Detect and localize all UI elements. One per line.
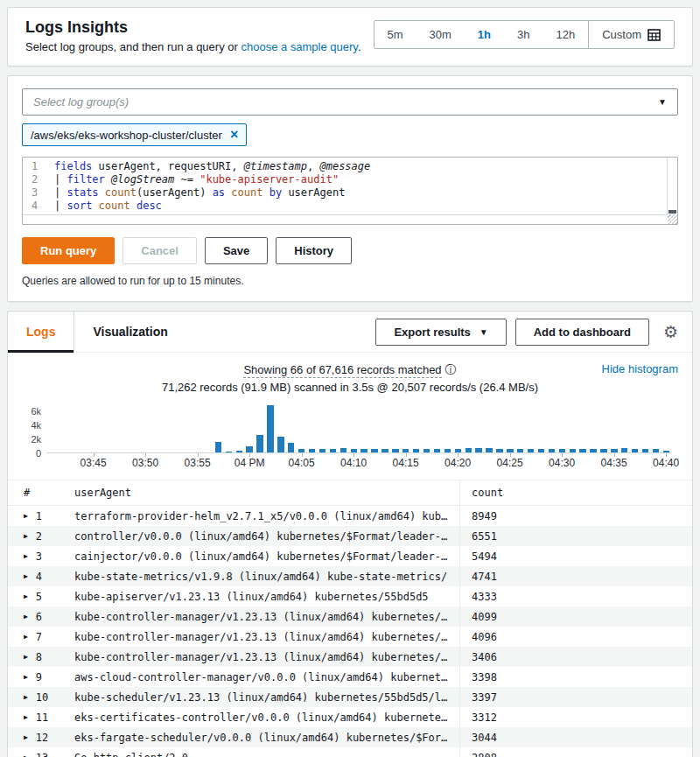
expand-row-icon[interactable]: ▶ [24,512,28,520]
tab-visualization[interactable]: Visualization [74,312,186,352]
time-range-30m[interactable]: 30m [416,21,465,48]
histogram-bar [444,449,451,452]
query-card: Select log group(s) ▼ /aws/eks/eks-works… [7,75,693,302]
expand-row-icon[interactable]: ▶ [24,693,28,701]
histogram-bar [653,449,659,452]
query-line-3: 3| stats count(userAgent) as count by us… [23,186,665,200]
x-tick-label: 04:15 [393,457,419,469]
results-table-body: ▶1terraform-provider-helm_v2.7.1_x5/v0.0… [8,506,692,757]
tab-logs[interactable]: Logs [8,312,74,352]
x-tick-label: 03:45 [80,457,107,469]
editor-resize-grip[interactable] [668,214,677,224]
query-buttons: Run query Cancel Save History [22,237,678,264]
time-range-3h[interactable]: 3h [504,21,542,48]
histogram-bar [434,449,440,452]
expand-row-icon[interactable]: ▶ [24,613,28,620]
histogram-bar [632,449,638,452]
time-range-5m[interactable]: 5m [374,21,416,48]
page-subtitle: Select log groups, and then run a query … [25,40,361,53]
count-cell: 4096 [459,627,692,647]
sample-query-link[interactable]: choose a sample query [241,40,357,53]
table-row: ▶6kube-controller-manager/v1.23.13 (linu… [8,606,692,627]
chevron-down-icon[interactable]: ▼ [658,97,667,107]
log-group-select[interactable]: Select log group(s) ▼ [22,88,678,116]
histogram-bar [319,449,326,452]
line-number: 1 [23,160,49,173]
useragent-cell: aws-cloud-controller-manager/v0.0.0 (lin… [74,671,459,683]
time-range-12h[interactable]: 12h [543,21,589,48]
chevron-down-icon: ▼ [480,327,488,337]
subtitle-suffix: . [358,40,361,53]
row-index: 5 [36,591,42,603]
histogram-bar [402,449,409,452]
editor-vertical-scrollbar[interactable] [667,158,677,214]
results-table: # userAgent count ▶1terraform-provider-h… [8,480,692,757]
count-cell: 4333 [459,586,692,606]
useragent-cell: cainjector/v0.0.0 (linux/amd64) kubernet… [74,550,459,563]
histogram-bar [600,449,606,452]
histogram-bar [330,449,336,452]
histogram-bar [528,449,534,452]
x-tick-label: 04:35 [601,457,627,469]
expand-row-icon[interactable]: ▶ [24,633,28,641]
useragent-cell: kube-controller-manager/v1.23.13 (linux/… [74,611,459,623]
log-group-tag-label: /aws/eks/eks-workshop-cluster/cluster [31,129,222,142]
expand-row-icon[interactable]: ▶ [24,713,28,721]
query-line-1: 1fields userAgent, requestURI, @timestam… [23,160,665,173]
x-tick-label: 03:50 [132,457,158,469]
col-header-index: # [8,487,74,499]
expand-row-icon[interactable]: ▶ [24,753,28,757]
row-index: 7 [36,631,42,643]
x-tick-label: 04:25 [497,457,523,469]
remove-log-group-icon[interactable]: × [230,128,238,142]
expand-row-icon[interactable]: ▶ [24,592,28,600]
col-header-useragent: userAgent [74,487,459,499]
useragent-cell: eks-certificates-controller/v0.0.0 (linu… [74,711,459,724]
histogram-bar [424,449,430,452]
count-cell: 4099 [459,606,692,627]
editor-scrollbar-thumb[interactable] [668,210,676,214]
run-query-button[interactable]: Run query [22,237,115,264]
histogram-bar [549,449,555,452]
useragent-cell: controller/v0.0.0 (linux/amd64) kubernet… [74,530,459,543]
editor-horizontal-scrollbar[interactable] [23,214,677,224]
expand-row-icon[interactable]: ▶ [24,653,28,661]
expand-row-icon[interactable]: ▶ [24,733,28,741]
histogram-y-axis: 02k4k6k [15,403,46,453]
useragent-cell: kube-state-metrics/v1.9.8 (linux/amd64) … [74,571,459,583]
histogram-bar [579,449,585,452]
time-range-custom[interactable]: Custom [588,21,674,48]
gear-icon[interactable]: ⚙ [663,324,678,340]
histogram-bar [351,449,357,452]
x-tick-label: 04:05 [289,457,315,469]
hide-histogram-link[interactable]: Hide histogram [602,362,678,375]
time-range-1h[interactable]: 1h [465,21,504,48]
export-results-button[interactable]: Export results ▼ [375,319,506,346]
table-row: ▶10kube-scheduler/v1.23.13 (linux/amd64)… [8,687,692,707]
expand-row-icon[interactable]: ▶ [24,673,28,681]
info-icon[interactable]: ⓘ [445,363,457,376]
tabs-container: LogsVisualization [8,312,186,352]
count-cell: 3398 [459,667,692,687]
histogram-bar [455,449,461,452]
logs-insights-page: Logs Insights Select log groups, and the… [0,0,700,757]
expand-row-icon[interactable]: ▶ [24,552,28,560]
count-cell: 3406 [459,647,692,667]
histogram-bar [496,449,502,452]
table-row: ▶4kube-state-metrics/v1.9.8 (linux/amd64… [8,566,692,586]
history-button[interactable]: History [276,237,352,264]
count-cell: 8949 [459,506,692,526]
x-tick-label: 04 PM [234,457,265,469]
save-button[interactable]: Save [205,237,268,264]
export-results-label: Export results [394,326,470,339]
line-number: 4 [23,200,49,213]
log-group-tag: /aws/eks/eks-workshop-cluster/cluster × [22,123,247,146]
row-index: 4 [36,571,42,583]
query-line-4: 4| sort count desc [23,200,665,213]
expand-row-icon[interactable]: ▶ [24,532,28,540]
y-tick-label: 2k [31,434,41,445]
line-number: 2 [23,173,49,186]
add-to-dashboard-button[interactable]: Add to dashboard [515,319,649,346]
expand-row-icon[interactable]: ▶ [24,572,28,580]
query-editor[interactable]: 1fields userAgent, requestURI, @timestam… [22,157,678,225]
